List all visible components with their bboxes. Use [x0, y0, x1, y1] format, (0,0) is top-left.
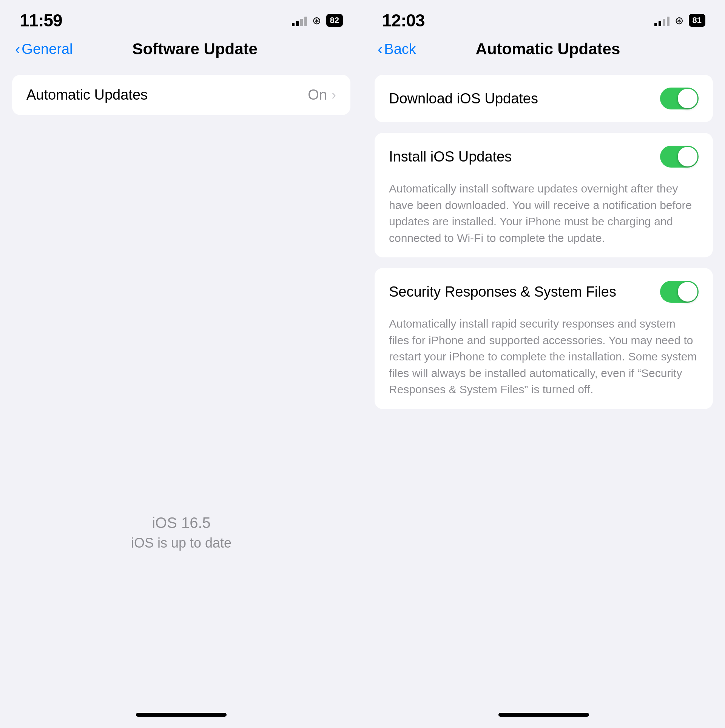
page-title-right: Automatic Updates — [476, 40, 620, 58]
battery-left: 82 — [326, 14, 343, 27]
automatic-updates-value: On — [308, 87, 327, 103]
install-ios-updates-label: Install iOS Updates — [389, 149, 660, 165]
download-ios-updates-label: Download iOS Updates — [389, 91, 660, 107]
status-icons-right: ⊛ 81 — [654, 14, 705, 27]
signal-icon — [292, 15, 307, 26]
download-updates-card: Download iOS Updates — [375, 75, 713, 122]
home-indicator-right — [498, 713, 589, 717]
install-ios-updates-description: Automatically install software updates o… — [375, 180, 713, 257]
security-responses-toggle[interactable] — [660, 281, 699, 303]
wifi-icon: ⊛ — [312, 14, 321, 27]
install-ios-updates-row[interactable]: Install iOS Updates — [375, 133, 713, 180]
security-responses-description: Automatically install rapid security res… — [375, 316, 713, 409]
page-title-left: Software Update — [133, 40, 258, 58]
security-responses-row[interactable]: Security Responses & System Files — [375, 268, 713, 316]
chevron-left-icon: ‹ — [15, 42, 20, 57]
status-bar-right: 12:03 ⊛ 81 — [362, 0, 725, 34]
home-indicator-left — [136, 713, 227, 717]
content-left: Automatic Updates On › — [0, 67, 362, 383]
nav-bar-right: ‹ Back Automatic Updates — [362, 34, 725, 67]
version-info: iOS 16.5 iOS is up to date — [0, 383, 362, 713]
back-label-right: Back — [384, 41, 416, 57]
time-right: 12:03 — [382, 10, 425, 31]
automatic-updates-label: Automatic Updates — [26, 87, 308, 103]
chevron-right-icon: › — [332, 87, 336, 103]
settings-card-left: Automatic Updates On › — [12, 75, 350, 115]
battery-right: 81 — [689, 14, 705, 27]
version-status: iOS is up to date — [131, 535, 231, 551]
back-button-left[interactable]: ‹ General — [15, 41, 73, 57]
chevron-left-icon-right: ‹ — [378, 42, 383, 57]
status-bar-left: 11:59 ⊛ 82 — [0, 0, 362, 34]
toggle-thumb-2 — [678, 147, 697, 166]
download-ios-updates-row[interactable]: Download iOS Updates — [375, 75, 713, 122]
nav-bar-left: ‹ General Software Update — [0, 34, 362, 67]
install-ios-updates-toggle[interactable] — [660, 146, 699, 168]
wifi-icon-right: ⊛ — [675, 14, 683, 27]
toggle-thumb — [678, 89, 697, 108]
right-panel: 12:03 ⊛ 81 ‹ Back Automatic Updates Down… — [362, 0, 725, 728]
automatic-updates-row[interactable]: Automatic Updates On › — [12, 75, 350, 115]
content-right: Download iOS Updates Install iOS Updates… — [362, 67, 725, 713]
back-button-right[interactable]: ‹ Back — [378, 41, 416, 57]
status-icons-left: ⊛ 82 — [292, 14, 343, 27]
time-left: 11:59 — [20, 10, 62, 31]
security-responses-card: Security Responses & System Files Automa… — [375, 268, 713, 409]
signal-icon-right — [654, 15, 669, 26]
download-ios-updates-toggle[interactable] — [660, 88, 699, 109]
security-responses-label: Security Responses & System Files — [389, 284, 660, 300]
left-panel: 11:59 ⊛ 82 ‹ General Software Update Aut… — [0, 0, 362, 728]
install-updates-card: Install iOS Updates Automatically instal… — [375, 133, 713, 257]
toggle-thumb-3 — [678, 282, 697, 302]
version-number: iOS 16.5 — [152, 514, 211, 531]
back-label-left: General — [22, 41, 72, 57]
